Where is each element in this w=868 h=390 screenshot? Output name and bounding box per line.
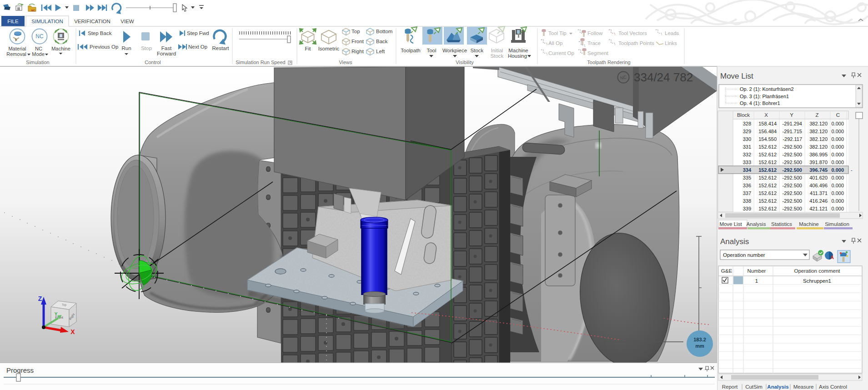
svg-text:Follow: Follow xyxy=(587,30,603,36)
svg-text:Removal: Removal xyxy=(6,51,26,57)
svg-text:Step Back: Step Back xyxy=(88,30,112,36)
svg-text:0.000: 0.000 xyxy=(831,198,844,204)
svg-text:Stop: Stop xyxy=(141,45,152,51)
svg-text:Fit: Fit xyxy=(305,46,311,51)
svg-text:VERIFICATION: VERIFICATION xyxy=(74,19,110,24)
svg-text:152.612: 152.612 xyxy=(758,183,777,188)
svg-text:Left: Left xyxy=(376,49,385,54)
svg-text:Op. 3 (1): Planfräsen1: Op. 3 (1): Planfräsen1 xyxy=(740,94,789,99)
svg-text:CutSim: CutSim xyxy=(745,384,763,390)
svg-text:416.246: 416.246 xyxy=(809,198,828,204)
svg-text:Restart: Restart xyxy=(212,45,229,51)
svg-text:0.000: 0.000 xyxy=(831,152,844,157)
svg-text:Initial: Initial xyxy=(491,48,503,53)
svg-text:Analysis: Analysis xyxy=(767,384,788,390)
svg-text:329: 329 xyxy=(743,129,751,134)
svg-text:Back: Back xyxy=(376,39,388,44)
svg-text:NC: NC xyxy=(35,46,42,51)
svg-text:Toolpath: Toolpath xyxy=(401,48,420,53)
svg-text:Move List: Move List xyxy=(719,221,742,227)
svg-text:-292.500: -292.500 xyxy=(783,183,802,188)
svg-text:152.612: 152.612 xyxy=(758,167,777,173)
svg-text:Front: Front xyxy=(351,39,364,44)
svg-text:152.612: 152.612 xyxy=(758,175,777,180)
svg-text:Stock: Stock xyxy=(471,48,484,53)
svg-text:Right: Right xyxy=(351,49,364,54)
svg-text:158.414: 158.414 xyxy=(758,121,777,126)
svg-text:339: 339 xyxy=(743,206,751,211)
svg-text:0.000: 0.000 xyxy=(831,206,844,211)
svg-text:Analysis: Analysis xyxy=(720,237,749,246)
svg-text:382.120: 382.120 xyxy=(809,144,828,150)
svg-text:Tool Tip: Tool Tip xyxy=(548,30,567,36)
svg-text:-292.500: -292.500 xyxy=(783,175,802,180)
svg-text:Fast: Fast xyxy=(161,45,172,51)
svg-text:FILE: FILE xyxy=(7,19,19,24)
svg-text:Material: Material xyxy=(8,46,26,51)
svg-text:401.620: 401.620 xyxy=(809,175,828,180)
svg-text:331: 331 xyxy=(743,144,751,150)
svg-text:Tool: Tool xyxy=(426,48,436,53)
svg-text:A: A xyxy=(830,255,834,260)
svg-text:Z: Z xyxy=(815,112,818,118)
svg-text:Simulation: Simulation xyxy=(26,60,49,65)
svg-text:Control: Control xyxy=(145,60,161,65)
svg-text:396.745: 396.745 xyxy=(809,167,828,173)
svg-text:391.870: 391.870 xyxy=(809,160,828,165)
svg-text:1: 1 xyxy=(755,278,758,284)
svg-text:Views: Views xyxy=(339,60,352,65)
svg-text:152.612: 152.612 xyxy=(758,144,777,150)
svg-text:183.2: 183.2 xyxy=(693,337,706,342)
svg-text:-292.117: -292.117 xyxy=(783,136,802,142)
svg-text:Leads: Leads xyxy=(665,30,679,36)
svg-text:VIEW: VIEW xyxy=(120,19,134,24)
svg-text:Operation comment: Operation comment xyxy=(794,268,841,274)
svg-text:Axis Control: Axis Control xyxy=(819,384,847,390)
svg-text:Segment: Segment xyxy=(587,50,609,56)
svg-text:Machine: Machine xyxy=(799,221,818,227)
svg-text:Progress: Progress xyxy=(6,366,34,374)
svg-text:334: 334 xyxy=(743,167,752,173)
svg-text:330: 330 xyxy=(743,136,751,142)
svg-text:SIMULATION: SIMULATION xyxy=(31,19,63,24)
svg-text:0.000: 0.000 xyxy=(831,129,844,134)
svg-text:152.612: 152.612 xyxy=(758,152,777,157)
svg-text:Simulation Run Speed: Simulation Run Speed xyxy=(236,60,285,65)
svg-text:Run: Run xyxy=(121,45,131,51)
svg-text:421.121: 421.121 xyxy=(809,206,828,211)
svg-text:mm: mm xyxy=(695,343,704,349)
svg-text:333: 333 xyxy=(743,160,751,165)
svg-text:156.484: 156.484 xyxy=(758,129,777,134)
svg-text:Stock: Stock xyxy=(491,53,504,59)
svg-text:X: X xyxy=(70,328,75,335)
svg-text:406.496: 406.496 xyxy=(809,183,828,188)
svg-text:-292.500: -292.500 xyxy=(783,198,802,204)
svg-text:334/24 782: 334/24 782 xyxy=(634,70,693,84)
svg-text:332: 332 xyxy=(743,152,751,157)
svg-text:336: 336 xyxy=(743,183,751,188)
svg-text:Previous Op: Previous Op xyxy=(90,44,118,50)
svg-text:382.120: 382.120 xyxy=(809,129,828,134)
svg-text:0.000: 0.000 xyxy=(831,136,844,142)
svg-text:Machine: Machine xyxy=(508,48,528,53)
svg-text:Analysis: Analysis xyxy=(747,221,766,227)
svg-text:328: 328 xyxy=(743,121,751,126)
svg-text:335: 335 xyxy=(743,175,751,180)
svg-text:337: 337 xyxy=(743,190,751,196)
svg-text:Y: Y xyxy=(55,312,58,317)
svg-text:Housing: Housing xyxy=(508,53,527,59)
svg-text:Next Op: Next Op xyxy=(188,44,207,50)
svg-text:Z: Z xyxy=(38,295,42,302)
svg-text:Statistics: Statistics xyxy=(771,221,792,227)
svg-text:154.550: 154.550 xyxy=(758,136,777,142)
svg-text:Block: Block xyxy=(737,112,750,118)
svg-text:Toolpath Rendering: Toolpath Rendering xyxy=(587,60,630,65)
svg-text:Schruppen1: Schruppen1 xyxy=(803,278,831,284)
svg-text:Forward: Forward xyxy=(157,51,176,56)
svg-text:338: 338 xyxy=(743,198,751,204)
svg-text:-: - xyxy=(851,167,853,173)
svg-text:NC: NC xyxy=(31,9,35,12)
svg-text:152.612: 152.612 xyxy=(758,206,777,211)
svg-text:0.000: 0.000 xyxy=(831,144,844,150)
svg-text:Operation number: Operation number xyxy=(723,252,765,258)
